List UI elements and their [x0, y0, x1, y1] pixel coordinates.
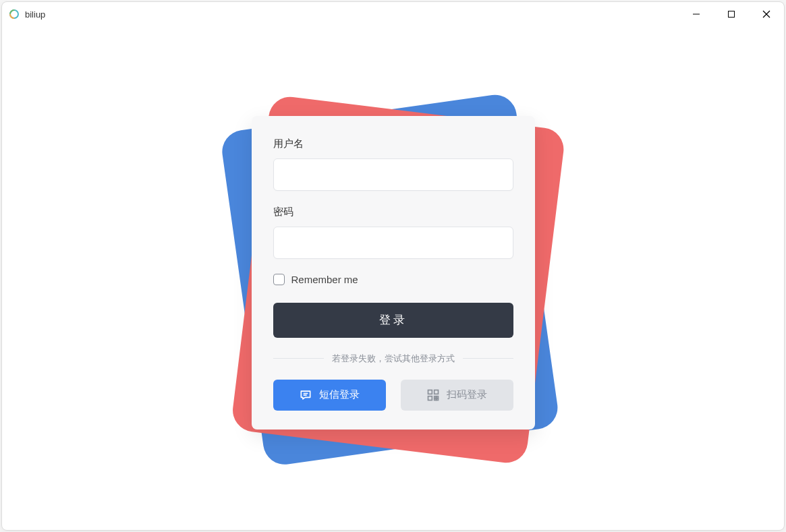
svg-rect-10	[434, 390, 439, 394]
close-button[interactable]	[749, 2, 784, 26]
close-icon	[762, 10, 770, 18]
svg-rect-9	[428, 390, 432, 394]
sms-login-button[interactable]: 短信登录	[273, 380, 386, 411]
svg-rect-14	[434, 398, 437, 401]
svg-rect-4	[729, 11, 735, 18]
app-title: biliup	[25, 9, 45, 20]
maximize-icon	[727, 10, 735, 18]
divider-text: 若登录失败，尝试其他登录方式	[332, 353, 455, 365]
app-icon	[9, 9, 20, 20]
content-area: 用户名 密码 Remember me 登录 若登录失败，尝试其他登录方式	[2, 26, 784, 530]
qr-icon	[426, 388, 440, 402]
qr-login-button[interactable]: 扫码登录	[401, 380, 513, 411]
login-card-stack: 用户名 密码 Remember me 登录 若登录失败，尝试其他登录方式	[245, 100, 542, 457]
password-input[interactable]	[273, 227, 513, 259]
username-input[interactable]	[273, 158, 513, 191]
sms-login-label: 短信登录	[319, 388, 360, 401]
titlebar-left: biliup	[9, 9, 45, 20]
login-card: 用户名 密码 Remember me 登录 若登录失败，尝试其他登录方式	[252, 116, 535, 430]
remember-checkbox[interactable]	[273, 274, 285, 285]
titlebar[interactable]: biliup	[2, 2, 784, 26]
app-window: biliup 用户名 密码	[1, 1, 785, 531]
svg-rect-11	[428, 396, 432, 400]
remember-row: Remember me	[273, 274, 513, 285]
minimize-button[interactable]	[679, 2, 714, 26]
remember-label: Remember me	[291, 274, 358, 285]
alt-login-row: 短信登录 扫码登录	[273, 380, 513, 411]
svg-rect-15	[437, 396, 439, 398]
window-controls	[679, 2, 784, 26]
divider-line-right	[463, 358, 513, 359]
minimize-icon	[692, 10, 700, 18]
svg-rect-12	[434, 396, 437, 398]
login-button[interactable]: 登录	[273, 303, 513, 338]
chat-icon	[299, 388, 312, 402]
password-label: 密码	[273, 206, 513, 218]
maximize-button[interactable]	[714, 2, 749, 26]
divider-line-left	[273, 358, 324, 359]
qr-login-label: 扫码登录	[447, 388, 487, 401]
username-label: 用户名	[273, 138, 513, 150]
alt-login-divider: 若登录失败，尝试其他登录方式	[273, 353, 513, 365]
svg-rect-13	[437, 398, 439, 401]
